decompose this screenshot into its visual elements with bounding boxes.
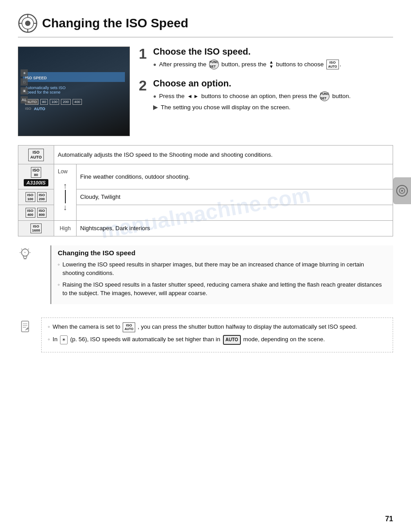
iso-val-100: 100 [50,99,59,105]
edge-icon-svg [395,182,409,200]
camera-bottom-bar: AUTO 80 100 200 400 [23,99,82,105]
iso-100-200-group: ISO100 ISO200 [22,192,50,202]
up-arrow-big: ↑ [63,182,67,190]
right-edge-icon [393,177,411,204]
iso-auto-inline-badge: ISOAUTO [123,322,135,332]
note-text-1: When the camera is set to ISOAUTO , you … [53,322,357,332]
camera-iso-info: Automatically sets ISOspeed for the scen… [23,86,66,94]
level-cell: Low ↑ ↓ [54,164,77,220]
iso-1600-cell: ISO1600 [18,220,54,236]
iso-400-800-cell: ISO400 ISO800 [18,205,54,220]
func-set-badge-2: FUNCSET [320,91,330,101]
svg-line-22 [26,329,26,330]
iso-auto-cell: ISO AUTO [18,146,54,164]
tip-bullet-1: ◦ [58,260,60,269]
step-2-bullet-2: ▶ The setting you chose will display on … [153,103,393,112]
camera-settings-icon [18,13,38,33]
svg-point-9 [401,190,403,192]
iso-200-badge: ISO200 [37,192,47,202]
bullet-circle-icon-2: ● [153,92,156,100]
step-2-bullet-1: ● Press the ◄► buttons to choose an opti… [153,91,393,101]
iso-400-800-desc [77,205,393,220]
page-number: 71 [385,515,393,523]
iso-400-badge: ISO400 [26,208,35,218]
iso-text: ISO [33,150,40,155]
side-icons: ◈ □ ▣ AL [21,69,28,103]
tips-title: Changing the ISO speed [58,249,387,257]
step-1-bullet-1: ● After pressing the FUNCSET button, pre… [153,60,393,69]
note-item-2: ◦ In ☀ (p. 56), ISO speeds will automati… [48,335,386,345]
notes-section: ◦ When the camera is set to ISOAUTO , yo… [18,317,393,352]
step-1-content: Choose the ISO speed. ● After pressing t… [153,47,393,71]
model-badge: A3100IS [24,179,48,186]
arrow-vertical: ↑ ↓ [58,182,73,211]
iso-1600-badge: ISO1600 [30,223,42,233]
iso-auto-desc: Automatically adjusts the ISO speed to t… [54,146,393,164]
note-bullet-2: ◦ [48,335,50,344]
table-row-auto: ISO AUTO Automatically adjusts the ISO s… [18,146,393,164]
up-down-arrows: ▲▼ [269,60,274,69]
step-2: 2 Choose an option. ● Press the ◄► butto… [139,78,393,114]
page: manualmachine.com Changing the ISO Speed… [0,0,411,532]
svg-text:*: * [24,251,26,255]
svg-line-16 [28,249,29,249]
steps-section: 1 Choose the ISO speed. ● After pressing… [139,47,393,136]
iso-80-badge: ISO80 [31,167,42,178]
right-arrow: ► [193,92,199,100]
iso-label-row: ISO [25,107,31,111]
cam-icon-1: ◈ [21,69,28,77]
iso-400-800-group: ISO400 ISO800 [22,208,50,218]
tip-bullet-2: ◦ [58,280,60,289]
camera-menu-text: ISO SPEED [25,76,47,80]
lr-arrow-badges: ◄► [187,92,199,100]
step-1-title: Choose the ISO speed. [153,47,393,57]
auto-text: AUTO [30,155,42,160]
tip-item-1: ◦ Lowering the ISO speed results in shar… [58,260,387,278]
iso-auto-badge: ISOAUTO [326,60,339,69]
auto-mode-badge: AUTO [223,335,241,345]
iso-auto-label: AUTO [34,107,45,111]
step-1-bullet-text: After pressing the FUNCSET button, press… [159,60,341,69]
iso-val-80: 80 [40,99,48,105]
notes-box: ◦ When the camera is set to ISOAUTO , yo… [41,317,393,352]
cam-icon-3: ▣ [21,87,28,94]
left-arrow: ◄ [187,92,193,100]
tip-text-2: Raising the ISO speed results in a faste… [63,280,387,298]
bullet-circle-icon: ● [153,60,156,69]
iso-80-desc: Fine weather conditions, outdoor shootin… [77,164,393,189]
iso-100-badge: ISO100 [26,192,35,202]
iso-auto-label-cell: ISO AUTO [28,149,44,161]
svg-point-2 [25,21,30,26]
scene-mode-badge: ☀ [60,335,68,344]
step-2-number: 2 [139,78,150,93]
cam-icon-al: AL [21,96,28,103]
iso-1600-desc: Nightscapes, Dark interiors [77,220,393,236]
down-arrow-big: ↓ [63,203,67,211]
pencil-icon [18,319,32,334]
note-bullet-1: ◦ [48,322,50,332]
iso-100-200-cell: ISO100 ISO200 [18,189,54,205]
iso-800-badge: ISO800 [37,208,47,218]
iso-val-400: 400 [73,99,82,105]
step-2-bullet-1-text: Press the ◄► buttons to choose an option… [159,91,351,101]
tip-item-2: ◦ Raising the ISO speed results in a fas… [58,280,387,298]
table-wrapper: ISO AUTO Automatically adjusts the ISO s… [18,145,393,236]
iso-val-200: 200 [61,99,70,105]
tip-text-1: Lowering the ISO speed results in sharpe… [63,260,387,278]
iso-table: ISO AUTO Automatically adjusts the ISO s… [18,145,393,236]
tips-box: Changing the ISO speed ◦ Lowering the IS… [50,245,393,304]
iso-80-cell: ISO80 A3100IS [18,164,54,189]
lightbulb-icon: * [18,247,32,262]
camera-screen-image: ISO SPEED Automatically sets ISOspeed fo… [18,47,130,136]
func-set-badge: FUNCSET [209,60,219,69]
note-item-1: ◦ When the camera is set to ISOAUTO , yo… [48,322,386,332]
table-row-80: ISO80 A3100IS Low ↑ ↓ Fine weather condi… [18,164,393,189]
page-header: Changing the ISO Speed [18,13,393,38]
step-2-title: Choose an option. [153,78,393,89]
iso-100-200-desc: Cloudy, Twilight [77,189,393,205]
svg-rect-18 [21,321,29,332]
low-label: Low [58,168,68,175]
step-1: 1 Choose the ISO speed. ● After pressing… [139,47,393,71]
page-title: Changing the ISO Speed [42,16,188,30]
arrow-icon: ▶ [153,103,158,112]
